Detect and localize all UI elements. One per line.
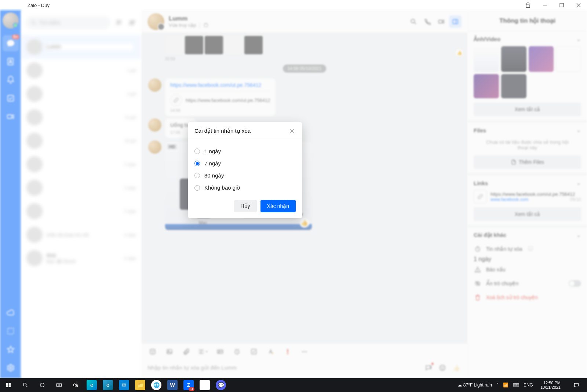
radio-icon xyxy=(194,173,200,178)
maximize-button[interactable] xyxy=(553,0,570,10)
self-destruct-modal: Cài đặt tin nhắn tự xóa 1 ngày 7 ngày 30… xyxy=(188,122,302,218)
svg-rect-48 xyxy=(9,385,11,387)
cortana-button[interactable] xyxy=(34,378,51,392)
start-button[interactable] xyxy=(0,378,17,392)
weather-widget[interactable]: ☁ 87°F Light rain xyxy=(457,382,492,388)
tray-notifications-icon[interactable] xyxy=(568,378,585,392)
tray-chevron[interactable]: ˄ xyxy=(496,382,499,388)
svg-rect-47 xyxy=(6,385,8,387)
windows-taskbar: 🛍 e e ✉ 📁 🌐 W Z5+ ✂ 💬 ☁ 87°F Light rain … xyxy=(0,378,587,392)
tray-network-icon[interactable]: 📶 xyxy=(503,382,508,388)
taskbar-app-snip[interactable]: ✂ xyxy=(200,380,210,390)
modal-option-label: Không bao giờ xyxy=(204,184,240,191)
modal-cancel-button[interactable]: Hủy xyxy=(234,200,257,212)
taskbar-app-edge[interactable]: e xyxy=(87,380,97,390)
search-button[interactable] xyxy=(17,378,34,392)
radio-icon xyxy=(194,161,200,166)
modal-option[interactable]: 30 ngày xyxy=(194,169,296,182)
window-title: Zalo - Duy xyxy=(28,3,50,8)
tray-language[interactable]: ENG xyxy=(524,382,533,388)
svg-rect-52 xyxy=(56,384,59,386)
modal-option-label: 7 ngày xyxy=(204,160,221,166)
taskbar-app-chrome[interactable]: 🌐 xyxy=(151,380,161,390)
modal-close-button[interactable] xyxy=(288,127,296,135)
minimize-button[interactable] xyxy=(536,0,553,10)
modal-option[interactable]: 7 ngày xyxy=(194,157,296,169)
taskbar-app-zalo[interactable]: Z5+ xyxy=(183,380,194,390)
modal-confirm-button[interactable]: Xác nhận xyxy=(260,200,296,212)
modal-title: Cài đặt tin nhắn tự xóa xyxy=(194,128,251,134)
task-view-button[interactable] xyxy=(51,378,68,392)
modal-option[interactable]: Không bao giờ xyxy=(194,182,296,194)
modal-option-label: 1 ngày xyxy=(204,148,221,154)
radio-icon xyxy=(194,149,200,154)
modal-option[interactable]: 1 ngày xyxy=(194,145,296,157)
window-titlebar: Zalo - Duy xyxy=(0,0,587,10)
close-button[interactable] xyxy=(570,0,587,10)
radio-icon xyxy=(194,185,200,191)
svg-point-49 xyxy=(23,383,26,386)
tray-keyboard-icon[interactable]: ⌨ xyxy=(513,382,519,388)
svg-rect-45 xyxy=(6,383,8,385)
taskbar-app-mail[interactable]: ✉ xyxy=(119,380,129,390)
svg-rect-0 xyxy=(526,5,530,7)
svg-point-51 xyxy=(40,383,44,387)
svg-rect-53 xyxy=(59,384,62,386)
taskbar-app-discord[interactable]: 💬 xyxy=(216,380,226,390)
tray-clock[interactable]: 12:50 PM 10/11/2021 xyxy=(537,381,564,389)
taskbar-app-edge2[interactable]: e xyxy=(103,380,113,390)
app-root: 5+ Tìm kiếm Lumm 1 giờ 3 giờ xyxy=(0,10,587,378)
taskbar-app-word[interactable]: W xyxy=(167,380,178,390)
taskbar-app-explorer[interactable]: 📁 xyxy=(135,380,145,390)
taskbar-app-store[interactable]: 🛍 xyxy=(70,380,81,390)
svg-rect-2 xyxy=(560,3,564,7)
svg-line-50 xyxy=(26,386,27,387)
svg-rect-46 xyxy=(9,383,11,385)
lock-icon[interactable] xyxy=(519,0,536,10)
modal-option-label: 30 ngày xyxy=(204,172,224,179)
